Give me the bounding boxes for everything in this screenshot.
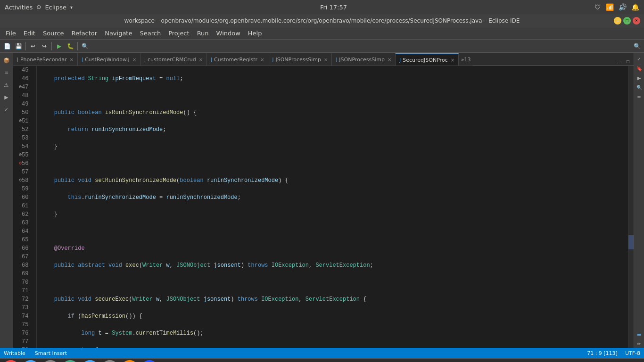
- right-tasks-icon[interactable]: ✓: [635, 55, 644, 63]
- tab-close-customerregistr[interactable]: ×: [260, 57, 264, 62]
- taskbar-eclipse[interactable]: ☕: [81, 360, 99, 362]
- tasks-icon[interactable]: ✓: [1, 104, 12, 115]
- run-button[interactable]: ▶: [54, 41, 64, 51]
- toolbar: 📄 💾 ↩ ↪ ▶ 🐛 🔍 🔍: [0, 40, 644, 53]
- eclipse-label[interactable]: Eclipse: [45, 4, 66, 11]
- search-button[interactable]: 🔍: [80, 41, 90, 51]
- network-icon: 📶: [606, 3, 614, 11]
- toolbar-sep-1: [25, 42, 26, 50]
- menu-bar: FileEditSourceRefactorNavigateSearchProj…: [0, 27, 644, 40]
- taskbar-files[interactable]: 📁: [41, 360, 59, 362]
- menu-item-file[interactable]: File: [2, 29, 20, 38]
- tab-jsonprocesssimp2[interactable]: J JSONProcessSimp ×: [332, 53, 396, 66]
- right-sidebar: ✓ 🔖 ▶ 🔍 ≡ ▬ ✏: [634, 53, 644, 348]
- menu-item-refactor[interactable]: Refactor: [68, 29, 101, 38]
- tab-jsonprocesssimp1[interactable]: J JSONProcessSimp ×: [268, 53, 332, 66]
- outline-icon[interactable]: ≡: [1, 67, 12, 78]
- tab-label-customerregistr: CustomerRegistr: [214, 57, 257, 63]
- vpn-icon: 🛡: [594, 3, 601, 11]
- taskbar-chromium[interactable]: 🌐: [61, 360, 79, 362]
- menu-item-window[interactable]: Window: [213, 29, 244, 38]
- status-bar: Writable Smart Insert 71 : 9 [113] UTF-8: [0, 348, 644, 358]
- right-bookmarks-icon[interactable]: 🔖: [635, 64, 644, 73]
- system-topbar: Activities ⊙ Eclipse ▾ Fri 17:57 🛡 📶 🔊 🔔: [0, 0, 644, 14]
- tab-close-securedjsonproc[interactable]: ×: [451, 58, 454, 63]
- tab-close-custregwindow[interactable]: ×: [132, 57, 136, 62]
- tab-phonepesecondar[interactable]: J PhonePeSecondar ×: [13, 53, 78, 66]
- package-explorer-icon[interactable]: 📦: [1, 55, 12, 66]
- tab-close-phonepesecondar[interactable]: ×: [70, 57, 74, 62]
- tab-customerregistr[interactable]: J CustomerRegistr ×: [207, 53, 268, 66]
- window-controls: – □ ×: [614, 17, 640, 25]
- menu-item-run[interactable]: Run: [193, 29, 213, 38]
- main-area: 📦 ≡ ⚠ ▶ ✓ J PhonePeSecondar × J CustRegW…: [0, 53, 644, 348]
- right-console-icon[interactable]: ▶: [635, 74, 644, 82]
- tab-label-customercrmcrud: customerCRMCrud: [148, 57, 196, 63]
- tab-label-jsonprocesssimp2: JSONProcessSimp: [339, 57, 385, 63]
- debug-button[interactable]: 🐛: [65, 41, 75, 51]
- right-outline-icon[interactable]: ≡: [635, 92, 644, 101]
- tab-customercrmcrud[interactable]: J customerCRMCrud ×: [140, 53, 207, 66]
- cursor-position: 71 : 9 [113]: [587, 350, 618, 356]
- editor-area: J PhonePeSecondar × J CustRegWindow.j × …: [13, 53, 634, 348]
- writable-status: Writable: [4, 350, 25, 356]
- code-editor[interactable]: 45 46 ⊖47 48 49 50 ⊖51 52 53 54 ⊖55 ⊘56 …: [13, 66, 634, 348]
- undo-button[interactable]: ↩: [28, 41, 38, 51]
- tab-custregwindow[interactable]: J CustRegWindow.j ×: [78, 53, 140, 66]
- taskbar-bitwarden[interactable]: 🛡: [140, 360, 158, 362]
- taskbar-text-editor[interactable]: 📝: [121, 360, 139, 362]
- right-search-icon[interactable]: 🔍: [635, 83, 644, 91]
- problems-icon[interactable]: ⚠: [1, 79, 12, 90]
- console-icon[interactable]: ▶: [1, 91, 12, 103]
- search-toolbar-button[interactable]: 🔍: [632, 41, 642, 51]
- volume-icon: 🔊: [619, 3, 627, 11]
- status-right: 71 : 9 [113] UTF-8: [587, 350, 640, 356]
- tab-label-custregwindow: CustRegWindow.j: [85, 57, 130, 63]
- save-button[interactable]: 💾: [13, 41, 24, 51]
- maximize-button[interactable]: □: [623, 17, 631, 25]
- tab-bar: J PhonePeSecondar × J CustRegWindow.j × …: [13, 53, 634, 66]
- eclipse-dropdown[interactable]: ▾: [70, 5, 73, 10]
- minimize-button[interactable]: –: [614, 17, 621, 25]
- activities-btn[interactable]: Activities: [5, 4, 33, 11]
- right-scroll-indicator: ▬: [635, 330, 644, 338]
- taskbar-settings[interactable]: ⚙: [101, 360, 119, 362]
- taskbar-app-grid[interactable]: ⋯: [624, 360, 642, 362]
- tab-label-securedjsonproc: SecuredJSONProc: [403, 57, 447, 63]
- tab-close-customercrmcrud[interactable]: ×: [199, 57, 203, 62]
- minimize-editor-btn[interactable]: –: [616, 58, 623, 65]
- maximize-editor-btn[interactable]: □: [624, 58, 632, 65]
- notification-icon: 🔔: [631, 3, 639, 11]
- eclipse-indicator: ⊙: [36, 4, 41, 10]
- tab-securedjsonproc[interactable]: J SecuredJSONProc ×: [396, 53, 459, 66]
- tab-label-phonepesecondar: PhonePeSecondar: [20, 57, 67, 63]
- menu-item-project[interactable]: Project: [165, 29, 193, 38]
- taskbar-firefox[interactable]: 🦊: [2, 360, 20, 362]
- toolbar-sep-2: [51, 42, 52, 50]
- taskbar: 🦊 ✉ 📁 🌐 ☕ ⚙ 📝 🛡 ⋯: [0, 358, 644, 362]
- code-text[interactable]: protected String ipFromRequest = null; p…: [37, 66, 628, 348]
- minimap[interactable]: [628, 66, 634, 348]
- close-button[interactable]: ×: [633, 17, 640, 25]
- new-button[interactable]: 📄: [2, 41, 12, 51]
- menu-item-help[interactable]: Help: [244, 29, 266, 38]
- system-time: Fri 17:57: [320, 4, 347, 11]
- topbar-left: Activities ⊙ Eclipse ▾: [5, 4, 73, 11]
- window-title: workspace – openbravo/modules/org.openbr…: [124, 17, 520, 24]
- tab-close-jsonprocesssimp2[interactable]: ×: [388, 57, 391, 62]
- menu-item-search[interactable]: Search: [136, 29, 165, 38]
- menu-item-edit[interactable]: Edit: [20, 29, 39, 38]
- tab-label-jsonprocesssimp1: JSONProcessSimp: [275, 57, 321, 63]
- menu-item-source[interactable]: Source: [39, 29, 68, 38]
- right-pen-icon[interactable]: ✏: [635, 339, 644, 348]
- menu-item-navigate[interactable]: Navigate: [101, 29, 136, 38]
- tab-close-jsonprocesssimp1[interactable]: ×: [324, 57, 328, 62]
- redo-button[interactable]: ↪: [39, 41, 50, 51]
- title-bar: workspace – openbravo/modules/org.openbr…: [0, 14, 644, 27]
- tab-overflow[interactable]: »13: [459, 53, 473, 66]
- minimap-viewport: [628, 235, 634, 249]
- topbar-right: 🛡 📶 🔊 🔔: [594, 3, 639, 11]
- smart-insert-status: Smart Insert: [35, 350, 67, 356]
- taskbar-thunderbird[interactable]: ✉: [22, 360, 40, 362]
- line-number-gutter: 45 46 ⊖47 48 49 50 ⊖51 52 53 54 ⊖55 ⊘56 …: [13, 66, 37, 348]
